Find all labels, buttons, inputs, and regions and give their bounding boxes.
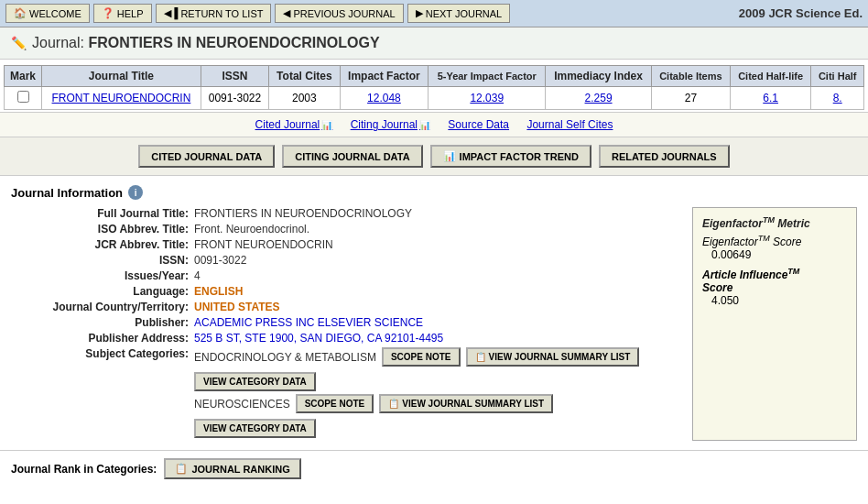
table-row: FRONT NEUROENDOCRIN 0091-3022 2003 12.04… (5, 87, 864, 110)
iso-value: Front. Neuroendocrinol. (194, 223, 309, 236)
journal-self-cites-link[interactable]: Journal Self Cites (526, 118, 613, 131)
col-immediacy: Immediacy Index (546, 66, 652, 87)
country-label: Journal Country/Territory: (11, 301, 194, 313)
col-issn: ISSN (201, 66, 268, 87)
journal-info-header: Journal Information i (11, 185, 857, 200)
detail-row-address: Publisher Address: 525 B ST, STE 1900, S… (11, 332, 674, 345)
sub-links-row: Cited Journal 📊 Citing Journal 📊 Source … (0, 113, 868, 137)
list-icon-2: 📋 (388, 399, 399, 409)
next-journal-button[interactable]: ▶ NEXT JOURNAL (407, 4, 511, 23)
col-citi-half: Citi Half (811, 66, 864, 87)
col-cited-half: Cited Half-life (730, 66, 811, 87)
total-cites-cell: 2003 (269, 87, 340, 110)
cited-journal-link[interactable]: Cited Journal 📊 (255, 118, 333, 131)
view-category-data-button-2[interactable]: VIEW CATEGORY DATA (194, 419, 316, 438)
col-5year: 5-Year Impact Factor (429, 66, 546, 87)
col-impact-factor: Impact Factor (340, 66, 429, 87)
article-influence-label: Article InfluenceTM Score (702, 267, 847, 294)
col-citable: Citable Items (651, 66, 730, 87)
help-button[interactable]: ❓ HELP (93, 4, 152, 23)
journal-info-content: Full Journal Title: FRONTIERS IN NEUROEN… (11, 207, 857, 441)
help-icon: ❓ (102, 7, 114, 19)
ranking-icon: 📋 (175, 463, 188, 475)
action-buttons-row: CITED JOURNAL DATA CITING JOURNAL DATA 📊… (0, 137, 868, 176)
related-journals-button[interactable]: RELATED JOURNALS (599, 145, 730, 168)
journal-title-link[interactable]: FRONT NEUROENDOCRIN (52, 92, 191, 104)
eigenfactor-score-value: 0.00649 (702, 248, 847, 261)
publisher-label: Publisher: (11, 316, 194, 329)
eigenfactor-score-label: EigenfactorTM Score (702, 234, 847, 248)
immediacy-cell: 2.259 (546, 87, 652, 110)
journal-information-section: Journal Information i Full Journal Title… (0, 176, 868, 451)
journal-details: Full Journal Title: FRONTIERS IN NEUROEN… (11, 207, 674, 441)
impact-factor-trend-button[interactable]: 📊 IMPACT FACTOR TREND (430, 145, 591, 168)
cited-half-link[interactable]: 6.1 (763, 92, 778, 104)
trend-icon: 📊 (443, 150, 456, 162)
detail-row-language: Language: ENGLISH (11, 285, 674, 298)
view-category-data-button-1[interactable]: VIEW CATEGORY DATA (194, 372, 316, 391)
citi-half-link[interactable]: 8. (833, 92, 842, 104)
page-title: Journal: FRONTIERS IN NEUROENDOCRINOLOGY (32, 35, 380, 51)
jcr-label: JCR Abbrev. Title: (11, 238, 194, 251)
citing-journal-data-button[interactable]: CITING JOURNAL DATA (282, 145, 422, 168)
welcome-button[interactable]: 🏠 WELCOME (5, 4, 90, 23)
full-title-label: Full Journal Title: (11, 207, 194, 220)
edit-icon: ✏️ (11, 36, 27, 50)
neurosciences-container: NEUROSCIENCES SCOPE NOTE 📋 VIEW JOURNAL … (194, 394, 674, 438)
info-icon[interactable]: i (128, 185, 143, 200)
mark-cell (5, 87, 42, 110)
five-year-cell: 12.039 (429, 87, 546, 110)
top-navigation: 🏠 WELCOME ❓ HELP ◀▐ RETURN TO LIST ◀ PRE… (0, 0, 868, 27)
journal-name-title: FRONTIERS IN NEUROENDOCRINOLOGY (88, 35, 379, 50)
journal-rank-row: Journal Rank in Categories: 📋 JOURNAL RA… (0, 451, 868, 487)
eigenfactor-metrics-label: Metric (777, 217, 809, 230)
detail-row-country: Journal Country/Territory: UNITED STATES (11, 301, 674, 313)
mark-checkbox[interactable] (17, 91, 29, 103)
cited-journal-data-button[interactable]: CITED JOURNAL DATA (138, 145, 275, 168)
issues-label: Issues/Year: (11, 269, 194, 282)
journal-rank-label: Journal Rank in Categories: (11, 463, 157, 476)
journal-ranking-button[interactable]: 📋 JOURNAL RANKING (164, 458, 300, 479)
immediacy-link[interactable]: 2.259 (585, 92, 613, 104)
jcr-value: FRONT NEUROENDOCRIN (194, 238, 333, 251)
main-table-container: Mark Journal Title ISSN Total Cites Impa… (0, 60, 868, 113)
col-mark: Mark (5, 66, 42, 87)
journal-title-cell: FRONT NEUROENDOCRIN (42, 87, 201, 110)
impact-factor-cell: 12.048 (340, 87, 429, 110)
citing-journal-icon: 📊 (419, 120, 430, 130)
full-title-value: FRONTIERS IN NEUROENDOCRINOLOGY (194, 207, 412, 220)
eigenfactor-box: EigenfactorTM Metric EigenfactorTM Score… (692, 207, 857, 441)
cited-journal-icon: 📊 (321, 120, 332, 130)
col-journal-title: Journal Title (42, 66, 201, 87)
nav-button-group: 🏠 WELCOME ❓ HELP ◀▐ RETURN TO LIST ◀ PRE… (5, 4, 510, 23)
detail-row-subject: Subject Categories: ENDOCRINOLOGY & META… (11, 347, 674, 391)
impact-factor-link[interactable]: 12.048 (367, 92, 401, 104)
detail-row-issn: ISSN: 0091-3022 (11, 254, 674, 267)
subject-value: ENDOCRINOLOGY & METABOLISM (194, 351, 376, 364)
subject-value-container: ENDOCRINOLOGY & METABOLISM SCOPE NOTE 📋 … (194, 347, 674, 391)
cited-half-cell: 6.1 (730, 87, 811, 110)
previous-journal-button[interactable]: ◀ PREVIOUS JOURNAL (275, 4, 403, 23)
five-year-link[interactable]: 12.039 (470, 92, 504, 104)
publisher-value: ACADEMIC PRESS INC ELSEVIER SCIENCE (194, 316, 423, 329)
next-icon: ▶ (416, 7, 423, 19)
self-cites-label: Journal Self Cites (526, 118, 613, 131)
neurosciences-label: NEUROSCIENCES (194, 398, 290, 411)
source-data-link[interactable]: Source Data (448, 118, 509, 131)
scope-note-button-1[interactable]: SCOPE NOTE (382, 347, 461, 367)
scope-note-button-2[interactable]: SCOPE NOTE (296, 394, 374, 413)
subject-label: Subject Categories: (11, 347, 194, 391)
welcome-icon: 🏠 (14, 7, 27, 19)
article-influence-value: 4.050 (702, 294, 847, 307)
issn-cell: 0091-3022 (201, 87, 268, 110)
return-to-list-button[interactable]: ◀▐ RETURN TO LIST (156, 4, 272, 23)
address-value: 525 B ST, STE 1900, SAN DIEGO, CA 92101-… (194, 332, 443, 345)
col-total-cites: Total Cites (269, 66, 340, 87)
view-journal-summary-button-1[interactable]: 📋 VIEW JOURNAL SUMMARY LIST (466, 347, 640, 367)
issn-detail-value: 0091-3022 (194, 254, 246, 267)
view-journal-summary-button-2[interactable]: 📋 VIEW JOURNAL SUMMARY LIST (379, 394, 553, 413)
detail-row-full-title: Full Journal Title: FRONTIERS IN NEUROEN… (11, 207, 674, 220)
citing-journal-link[interactable]: Citing Journal 📊 (351, 118, 430, 131)
address-label: Publisher Address: (11, 332, 194, 345)
edition-label: 2009 JCR Science Ed. (739, 6, 863, 20)
